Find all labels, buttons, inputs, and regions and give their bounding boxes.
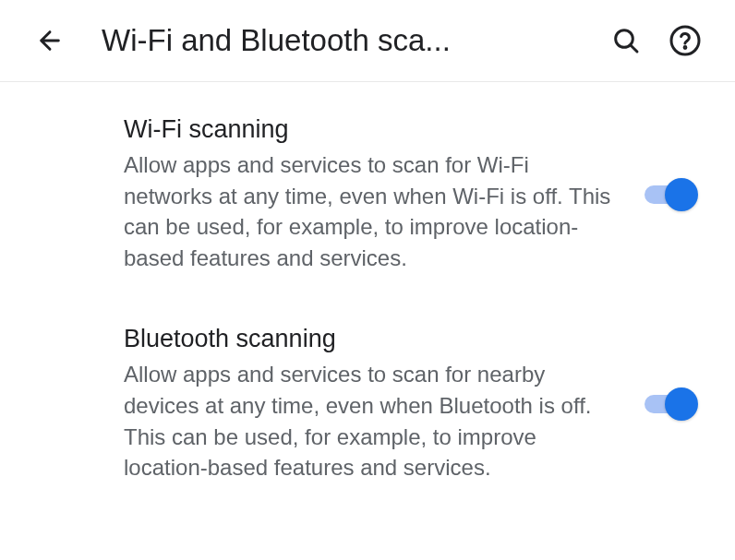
search-icon — [611, 26, 641, 55]
svg-point-3 — [684, 47, 686, 49]
setting-text: Bluetooth scanning Allow apps and servic… — [124, 325, 645, 483]
setting-title: Wi-Fi scanning — [124, 115, 622, 144]
setting-title: Bluetooth scanning — [124, 325, 622, 353]
wifi-scanning-toggle[interactable] — [645, 178, 698, 211]
help-icon — [669, 24, 702, 57]
setting-description: Allow apps and services to scan for near… — [124, 359, 622, 483]
arrow-back-icon — [35, 26, 65, 55]
back-button[interactable] — [28, 18, 72, 63]
setting-description: Allow apps and services to scan for Wi-F… — [124, 149, 622, 273]
help-button[interactable] — [663, 18, 707, 63]
svg-line-1 — [631, 45, 637, 52]
setting-text: Wi-Fi scanning Allow apps and services t… — [124, 115, 645, 273]
bluetooth-scanning-setting[interactable]: Bluetooth scanning Allow apps and servic… — [0, 299, 735, 508]
wifi-scanning-setting[interactable]: Wi-Fi scanning Allow apps and services t… — [0, 82, 735, 299]
toggle-thumb — [665, 387, 698, 421]
search-button[interactable] — [604, 18, 648, 63]
app-header: Wi-Fi and Bluetooth sca... — [0, 0, 735, 82]
bluetooth-scanning-toggle[interactable] — [645, 387, 698, 421]
toggle-thumb — [665, 178, 698, 211]
settings-list: Wi-Fi scanning Allow apps and services t… — [0, 82, 735, 509]
page-title: Wi-Fi and Bluetooth sca... — [102, 23, 589, 58]
svg-point-2 — [671, 27, 699, 54]
